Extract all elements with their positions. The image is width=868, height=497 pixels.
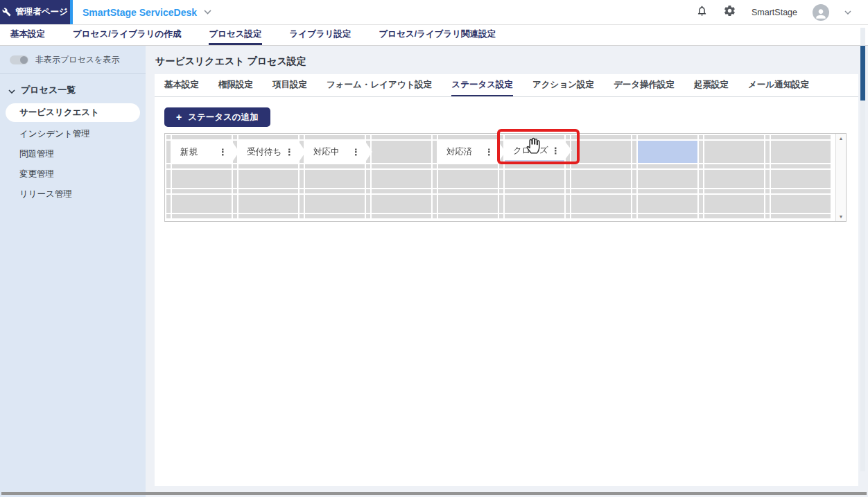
grid-cell[interactable] (704, 195, 764, 213)
grid-cell[interactable] (704, 170, 764, 188)
grid-cell[interactable] (771, 164, 831, 168)
grid-cell[interactable] (765, 135, 770, 139)
grid-cell[interactable] (238, 195, 298, 213)
grid-cell[interactable] (505, 214, 564, 218)
grid-cell[interactable] (166, 135, 171, 139)
grid-cell[interactable] (438, 214, 498, 218)
status-chip-2[interactable]: 受付待ち⋮ (238, 141, 306, 163)
grid-cell[interactable] (172, 214, 232, 218)
nav-tab-5[interactable]: プロセス/ライブラリ関連設定 (379, 25, 496, 45)
status-chip-4[interactable]: 対応済⋮ (438, 141, 505, 163)
grid-scrollbar[interactable]: ▲ ▼ (835, 134, 846, 221)
settings-tab-1[interactable]: 基本設定 (164, 74, 199, 96)
account-chevron-down-icon[interactable] (844, 10, 851, 15)
kebab-menu-icon[interactable]: ⋮ (285, 147, 294, 157)
kebab-menu-icon[interactable]: ⋮ (351, 147, 361, 157)
grid-cell[interactable] (699, 135, 703, 139)
grid-cell[interactable] (366, 164, 370, 168)
settings-tab-5[interactable]: ステータス設定 (451, 74, 513, 96)
nav-tab-1[interactable]: 基本設定 (10, 25, 45, 45)
grid-cell[interactable] (433, 170, 437, 188)
grid-cell[interactable] (499, 164, 503, 168)
grid-cell[interactable] (233, 170, 237, 188)
notification-bell-icon[interactable] (696, 4, 708, 20)
grid-cell[interactable] (300, 214, 304, 218)
grid-cell[interactable] (699, 214, 703, 218)
status-chip-5[interactable]: クローズ⋮ (505, 141, 572, 160)
grid-cell[interactable] (771, 195, 831, 213)
grid-cell[interactable] (566, 195, 570, 213)
grid-cell[interactable] (638, 170, 697, 188)
grid-cell[interactable] (300, 189, 304, 193)
grid-cell[interactable] (638, 195, 697, 213)
grid-cell[interactable] (571, 189, 631, 193)
grid-cell[interactable] (366, 135, 370, 139)
nav-tab-4[interactable]: ライブラリ設定 (290, 25, 351, 45)
grid-cell[interactable] (699, 170, 703, 188)
grid-cell[interactable] (300, 170, 304, 188)
grid-cell[interactable] (499, 195, 503, 213)
grid-cell[interactable] (499, 214, 503, 218)
grid-cell[interactable] (704, 164, 764, 168)
settings-tab-3[interactable]: 項目設定 (272, 74, 307, 96)
grid-cell[interactable] (233, 135, 237, 139)
grid-cell[interactable] (172, 170, 232, 188)
grid-cell[interactable] (305, 164, 365, 168)
grid-cell[interactable] (300, 164, 304, 168)
grid-cell[interactable] (632, 170, 636, 188)
grid-cell[interactable] (632, 141, 636, 163)
grid-cell[interactable] (632, 195, 636, 213)
grid-cell[interactable] (566, 170, 570, 188)
grid-cell[interactable] (704, 189, 764, 193)
settings-tab-8[interactable]: 起票設定 (694, 74, 729, 96)
kebab-menu-icon[interactable]: ⋮ (551, 146, 560, 156)
grid-cell[interactable] (771, 189, 831, 193)
settings-tab-6[interactable]: アクション設定 (532, 74, 594, 96)
grid-cell[interactable] (366, 195, 370, 213)
grid-cell[interactable] (571, 214, 631, 218)
grid-cell[interactable] (771, 214, 831, 218)
grid-cell[interactable] (505, 135, 564, 139)
window-scrollbar[interactable] (860, 28, 865, 471)
grid-cell[interactable] (765, 195, 770, 213)
sidebar-item-2[interactable]: インシデント管理 (0, 124, 146, 143)
grid-cell[interactable] (238, 189, 298, 193)
grid-cell[interactable] (438, 170, 498, 188)
grid-cell[interactable] (372, 195, 431, 213)
grid-cell[interactable] (300, 195, 304, 213)
grid-cell[interactable] (566, 189, 570, 193)
grid-cell[interactable] (765, 214, 770, 218)
admin-page-badge[interactable]: 管理者ページ (0, 0, 70, 24)
grid-cell[interactable] (372, 170, 431, 188)
grid-cell[interactable] (438, 135, 498, 139)
grid-cell[interactable] (372, 214, 431, 218)
grid-cell[interactable] (305, 135, 365, 139)
sidebar-item-4[interactable]: 変更管理 (0, 164, 146, 184)
grid-cell[interactable] (233, 189, 237, 193)
grid-cell[interactable] (505, 195, 564, 213)
grid-cell[interactable] (438, 164, 498, 168)
grid-cell[interactable] (166, 195, 171, 213)
avatar[interactable] (813, 4, 829, 21)
grid-cell[interactable] (166, 164, 171, 168)
grid-cell[interactable] (571, 141, 631, 163)
grid-cell[interactable] (300, 135, 304, 139)
grid-cell[interactable] (372, 189, 431, 193)
grid-cell[interactable] (571, 170, 631, 188)
chevron-down-icon[interactable] (204, 10, 211, 15)
window-scrollbar-thumb[interactable] (860, 46, 865, 101)
grid-cell[interactable] (366, 214, 370, 218)
grid-cell[interactable] (305, 189, 365, 193)
settings-tab-9[interactable]: メール通知設定 (748, 74, 809, 96)
sidebar-item-5[interactable]: リリース管理 (0, 184, 146, 204)
grid-cell[interactable] (699, 141, 703, 163)
grid-cell[interactable] (166, 170, 171, 188)
grid-cell[interactable] (366, 189, 370, 193)
grid-cell[interactable] (238, 164, 298, 168)
grid-cell[interactable] (505, 170, 564, 188)
grid-cell[interactable] (433, 141, 437, 163)
grid-cell[interactable] (172, 135, 232, 139)
grid-cell[interactable] (505, 189, 564, 193)
grid-cell[interactable] (638, 164, 697, 168)
kebab-menu-icon[interactable]: ⋮ (485, 147, 494, 157)
